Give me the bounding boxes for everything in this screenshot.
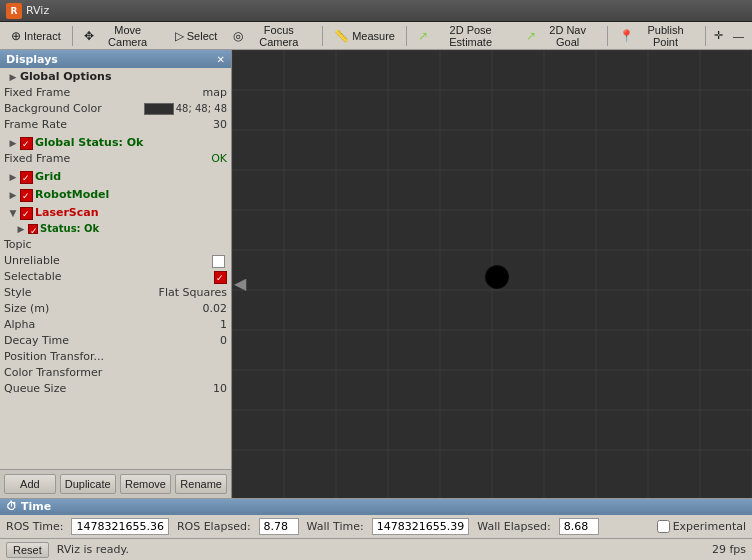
interact-icon: ⊕ (11, 29, 21, 43)
status-left: Reset RViz is ready. (6, 542, 129, 558)
fixed-frame-status-row: Fixed Frame OK (0, 151, 231, 167)
extra-button-2[interactable]: — (729, 25, 748, 47)
move-camera-icon: ✥ (84, 29, 94, 43)
extra-button-1[interactable]: ✛ (710, 25, 727, 47)
robot-check (20, 189, 33, 202)
expand-arrow-grid: ▶ (8, 172, 18, 182)
grid-label: Grid (35, 170, 61, 184)
select-icon: ▷ (175, 29, 184, 43)
laser-status-check (28, 224, 38, 234)
time-header: ⏱ Time (0, 499, 752, 515)
time-content: ROS Time: 1478321655.36 ROS Elapsed: 8.7… (0, 515, 752, 538)
experimental-checkbox[interactable] (657, 520, 670, 533)
wall-time-label: Wall Time: (307, 520, 364, 533)
panel-buttons: Add Duplicate Remove Rename (0, 469, 231, 498)
pose-icon: ↗ (418, 29, 428, 43)
status-message: RViz is ready. (57, 543, 129, 556)
selectable-checkbox[interactable] (214, 271, 227, 284)
app-icon: R (6, 3, 22, 19)
ros-elapsed-label: ROS Elapsed: (177, 520, 251, 533)
robot-label: RobotModel (35, 188, 109, 202)
laser-status-row: ▶ Status: Ok (0, 221, 231, 237)
expand-arrow-robot: ▶ (8, 190, 18, 200)
close-icon[interactable]: ✕ (217, 54, 225, 65)
3d-view[interactable]: ◀ (232, 50, 752, 498)
remove-button[interactable]: Remove (120, 474, 172, 494)
measure-icon: 📏 (334, 29, 349, 43)
toolbar-separator-3 (406, 26, 407, 46)
toolbar-separator-4 (607, 26, 608, 46)
size-row: Size (m) 0.02 (0, 301, 231, 317)
focus-camera-button[interactable]: ◎ Focus Camera (226, 25, 318, 47)
displays-content[interactable]: ▶ Global Options Fixed Frame map Backgro… (0, 68, 231, 469)
interact-button[interactable]: ⊕ Interact (4, 25, 68, 47)
grid-item[interactable]: ▶ Grid (0, 168, 231, 186)
frame-rate-row: Frame Rate 30 (0, 117, 231, 133)
global-options-label: Global Options (20, 70, 111, 84)
global-status-item[interactable]: ▶ Global Status: Ok Fixed Frame OK (0, 134, 231, 168)
toolbar-separator-2 (322, 26, 323, 46)
bg-color-row: Background Color 48; 48; 48 (0, 101, 231, 117)
topic-row: Topic (0, 237, 231, 253)
clock-icon: ⏱ (6, 500, 17, 513)
toolbar-separator-5 (705, 26, 706, 46)
ros-elapsed-value: 8.78 (259, 518, 299, 535)
toolbar: ⊕ Interact ✥ Move Camera ▷ Select ◎ Focu… (0, 22, 752, 50)
move-camera-button[interactable]: ✥ Move Camera (77, 25, 166, 47)
color-row: Color Transformer (0, 365, 231, 381)
position-row: Position Transfor... (0, 349, 231, 365)
2d-pose-button[interactable]: ↗ 2D Pose Estimate (411, 25, 517, 47)
wall-elapsed-value: 8.68 (559, 518, 599, 535)
ros-time-value: 1478321655.36 (71, 518, 168, 535)
alpha-row: Alpha 1 (0, 317, 231, 333)
laser-label: LaserScan (35, 206, 99, 220)
left-panel: Displays ✕ ▶ Global Options Fixed Frame … (0, 50, 232, 498)
expand-arrow: ▶ (8, 72, 18, 82)
duplicate-button[interactable]: Duplicate (60, 474, 116, 494)
queue-row: Queue Size 10 (0, 381, 231, 397)
expand-arrow-laser: ▼ (8, 208, 18, 218)
wall-elapsed-label: Wall Elapsed: (477, 520, 550, 533)
selectable-row: Selectable (0, 269, 231, 285)
global-status-label: Global Status: Ok (35, 136, 143, 150)
experimental-label: Experimental (673, 520, 746, 533)
wall-time-value: 1478321655.39 (372, 518, 469, 535)
grid-check (20, 171, 33, 184)
2d-nav-button[interactable]: ↗ 2D Nav Goal (519, 25, 603, 47)
global-options-item[interactable]: ▶ Global Options Fixed Frame map Backgro… (0, 68, 231, 134)
select-button[interactable]: ▷ Select (168, 25, 225, 47)
rename-button[interactable]: Rename (175, 474, 227, 494)
laser-status-label: Status: Ok (40, 222, 99, 236)
status-bar: Reset RViz is ready. 29 fps (0, 538, 752, 560)
publish-icon: 📍 (619, 29, 634, 43)
fixed-frame-row: Fixed Frame map (0, 85, 231, 101)
nav-icon: ↗ (526, 29, 536, 43)
focus-camera-icon: ◎ (233, 29, 243, 43)
app-title: RViz (26, 4, 49, 17)
titlebar: R RViz (0, 0, 752, 22)
measure-button[interactable]: 📏 Measure (327, 25, 402, 47)
unreliable-checkbox[interactable] (212, 255, 225, 268)
main-area: Displays ✕ ▶ Global Options Fixed Frame … (0, 50, 752, 498)
add-button[interactable]: Add (4, 474, 56, 494)
publish-point-button[interactable]: 📍 Publish Point (612, 25, 701, 47)
global-status-check (20, 137, 33, 150)
style-row: Style Flat Squares (0, 285, 231, 301)
ros-time-label: ROS Time: (6, 520, 63, 533)
fps-display: 29 fps (712, 543, 746, 556)
unreliable-row: Unreliable (0, 253, 231, 269)
robot-model-item[interactable]: ▶ RobotModel (0, 186, 231, 204)
displays-header: Displays ✕ (0, 50, 231, 68)
time-bar: ⏱ Time ROS Time: 1478321655.36 ROS Elaps… (0, 498, 752, 538)
reset-button[interactable]: Reset (6, 542, 49, 558)
experimental-container: Experimental (657, 520, 746, 533)
toolbar-separator-1 (72, 26, 73, 46)
laser-scan-item[interactable]: ▼ LaserScan ▶ Status: Ok Topic Un (0, 204, 231, 398)
expand-arrow-status: ▶ (8, 138, 18, 148)
bg-color-swatch (144, 103, 174, 115)
laser-check (20, 207, 33, 220)
robot-position-dot (485, 265, 509, 289)
left-arrow[interactable]: ◀ (234, 274, 246, 293)
decay-row: Decay Time 0 (0, 333, 231, 349)
